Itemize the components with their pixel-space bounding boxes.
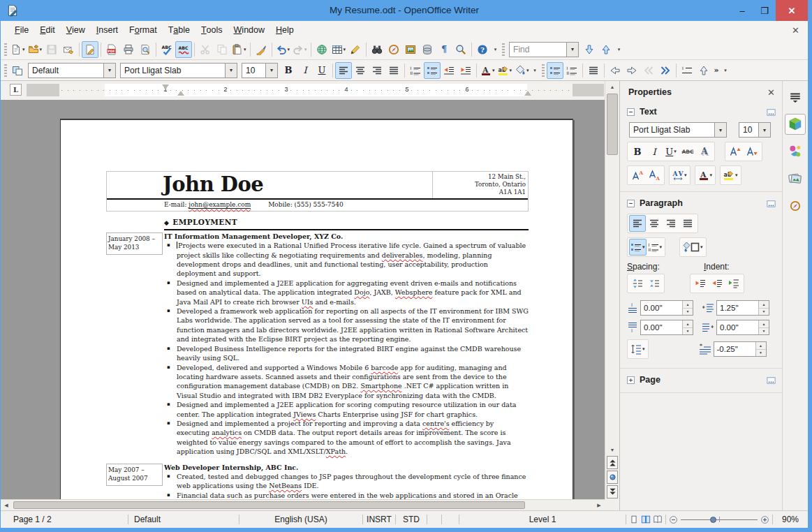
- document-as-email-button[interactable]: [60, 41, 77, 58]
- shadow-button[interactable]: A: [696, 143, 713, 160]
- align-justify-button[interactable]: [385, 62, 402, 79]
- paragraph-style-select[interactable]: Default▾: [28, 63, 116, 78]
- multi-page-view-icon[interactable]: [641, 515, 651, 524]
- dropdown-arrow-icon[interactable]: ▾: [674, 149, 677, 154]
- page-dialog-launcher-icon[interactable]: [766, 375, 776, 385]
- no-list-button[interactable]: [585, 62, 602, 79]
- insert-table-button[interactable]: ▾: [330, 41, 348, 58]
- page-style-status[interactable]: Default: [128, 511, 239, 528]
- bold-button[interactable]: B: [280, 62, 297, 79]
- gallery-button[interactable]: [402, 41, 419, 58]
- font-color-button[interactable]: A▾: [697, 167, 714, 184]
- tab-gallery-button[interactable]: [785, 168, 806, 189]
- demote-with-subpoints-button[interactable]: [657, 62, 674, 79]
- zoom-in-icon[interactable]: [760, 515, 769, 524]
- vertical-scrollbar[interactable]: ▲ ▼: [605, 81, 619, 499]
- dropdown-arrow-icon[interactable]: ▾: [526, 68, 529, 73]
- spelling-button[interactable]: ABC: [158, 41, 175, 58]
- indent-after-field[interactable]: 0.00" ▲▼: [716, 320, 769, 335]
- book-view-icon[interactable]: [653, 515, 663, 524]
- menu-format[interactable]: Format: [124, 25, 163, 35]
- increase-indent-button[interactable]: [692, 275, 709, 292]
- numbering-on-off-button[interactable]: III: [407, 62, 424, 79]
- demote-one-level-button[interactable]: [623, 62, 640, 79]
- spacing-below-field[interactable]: 0.00" ▲▼: [640, 320, 693, 335]
- highlighting-button[interactable]: ab▾: [722, 167, 739, 184]
- scroll-left-icon[interactable]: ◀: [1, 503, 12, 508]
- collapse-icon[interactable]: −: [627, 200, 635, 207]
- vertical-scroll-thumb[interactable]: [607, 94, 618, 155]
- date-range-cell[interactable]: May 2007 –August 2007: [106, 464, 163, 486]
- dropdown-arrow-icon[interactable]: ▾: [244, 47, 246, 52]
- format-paintbrush-button[interactable]: [253, 41, 270, 58]
- insert-unnumbered-entry-button[interactable]: I: [679, 62, 695, 79]
- paste-button[interactable]: ▾: [230, 41, 248, 58]
- tab-stop-selector[interactable]: L: [10, 84, 22, 96]
- text-section-header[interactable]: − Text: [620, 103, 782, 120]
- dropdown-arrow-icon[interactable]: ▾: [40, 47, 43, 52]
- navigation-button[interactable]: [607, 471, 618, 484]
- navigator-button[interactable]: [385, 41, 402, 58]
- single-page-view-icon[interactable]: [629, 515, 639, 524]
- first-line-indent-field[interactable]: -0.25" ▲▼: [714, 341, 767, 357]
- zoom-slider[interactable]: [681, 515, 758, 524]
- numbering-button[interactable]: III▾: [647, 239, 664, 256]
- chevron-down-icon[interactable]: ▾: [103, 64, 115, 77]
- panel-close-icon[interactable]: ✕: [767, 87, 775, 98]
- toolbar-expand-button[interactable]: »: [712, 64, 721, 77]
- dropdown-arrow-icon[interactable]: ▾: [304, 47, 307, 52]
- find-input[interactable]: Find▾: [509, 42, 579, 57]
- toolbar-grip[interactable]: [4, 64, 7, 77]
- find-previous-button[interactable]: [598, 41, 614, 58]
- undo-button[interactable]: ▾: [274, 41, 292, 58]
- date-range-cell[interactable]: January 2008 –May 2013: [106, 232, 163, 255]
- paragraph-background-button[interactable]: ▾: [681, 239, 704, 256]
- menu-file[interactable]: File: [9, 25, 34, 35]
- superscript-button[interactable]: A: [629, 167, 646, 184]
- scroll-down-icon[interactable]: ▼: [605, 444, 619, 455]
- styles-and-formatting-button[interactable]: [9, 62, 26, 79]
- maximize-button[interactable]: ❒: [753, 0, 776, 21]
- hyperlink-button[interactable]: [313, 41, 330, 58]
- autospellcheck-button[interactable]: ABC: [175, 41, 192, 58]
- dropdown-arrow-icon[interactable]: ▾: [684, 172, 687, 178]
- employment-details[interactable]: Web Developer Internship, ABC Inc.Create…: [164, 463, 529, 499]
- align-right-button[interactable]: [369, 62, 385, 79]
- paragraph-dialog-launcher-icon[interactable]: [766, 198, 776, 209]
- align-center-button[interactable]: [352, 62, 369, 79]
- chevron-down-icon[interactable]: ▾: [265, 64, 277, 77]
- subscript-button[interactable]: A: [646, 167, 663, 184]
- minimize-button[interactable]: –: [731, 0, 753, 21]
- paragraph-section-header[interactable]: − Paragraph: [620, 195, 782, 212]
- line-spacing-button[interactable]: ▾: [629, 341, 647, 357]
- tab-navigator-button[interactable]: [785, 195, 806, 216]
- toolbar-overflow-button[interactable]: ▾: [491, 43, 500, 56]
- italic-button[interactable]: I: [297, 62, 313, 79]
- horizontal-ruler[interactable]: 123456: [27, 84, 604, 96]
- data-sources-button[interactable]: [419, 41, 436, 58]
- bold-button[interactable]: B: [629, 143, 646, 160]
- tab-properties-button[interactable]: [785, 114, 806, 135]
- list-toolbar-overflow-button[interactable]: ▾: [721, 64, 730, 77]
- menu-window[interactable]: Window: [228, 25, 270, 35]
- toolbar-grip[interactable]: [502, 43, 505, 56]
- menu-tools[interactable]: Tools: [195, 25, 228, 35]
- dropdown-arrow-icon[interactable]: ▾: [642, 244, 645, 250]
- page-number-status[interactable]: Page 1 / 2: [1, 511, 128, 528]
- decrease-font-size-button[interactable]: [744, 143, 760, 160]
- menu-help[interactable]: Help: [270, 25, 300, 35]
- formatting-marks-button[interactable]: ¶: [436, 41, 452, 58]
- increase-spacing-button[interactable]: [629, 275, 646, 292]
- decrease-indent-button[interactable]: [709, 275, 725, 292]
- menu-edit[interactable]: Edit: [34, 25, 61, 35]
- outline-level-status[interactable]: Level 1: [459, 511, 626, 528]
- spacing-above-field[interactable]: 0.00" ▲▼: [640, 300, 693, 316]
- dropdown-arrow-icon[interactable]: ▾: [510, 68, 512, 73]
- find-overflow-button[interactable]: ▾: [614, 43, 623, 56]
- next-page-button[interactable]: [607, 485, 618, 498]
- scroll-up-icon[interactable]: ▲: [605, 81, 619, 92]
- panel-font-name-select[interactable]: Port Lligat Slab▾: [629, 122, 727, 138]
- horizontal-scrollbar[interactable]: ◀ ▶: [1, 499, 605, 510]
- text-dialog-launcher-icon[interactable]: [766, 107, 776, 117]
- close-button[interactable]: ✕: [776, 0, 808, 21]
